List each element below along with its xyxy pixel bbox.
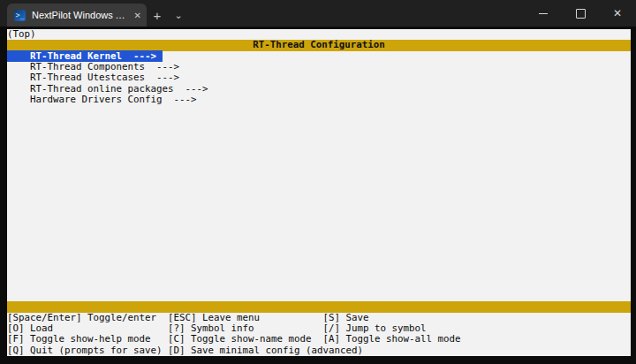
tab-active[interactable]: >_ NextPilot Windows Toolchain ✕: [7, 4, 147, 27]
close-button[interactable]: ✕: [599, 0, 636, 27]
tab-title: NextPilot Windows Toolchain: [32, 10, 129, 20]
app-icon: >_: [14, 10, 26, 21]
minimize-icon: [539, 13, 548, 14]
maximize-icon: [576, 9, 586, 19]
selected-item-highlight[interactable]: RT-Thread Kernel --->: [7, 50, 163, 62]
menu-item-hardware-drivers-config[interactable]: Hardware Drivers Config --->: [7, 95, 631, 105]
help-line-4: [Q] Quit (prompts for save) [D] Save min…: [7, 345, 631, 356]
minimize-button[interactable]: [525, 0, 562, 27]
help-line-3: [F] Toggle show-help mode [C] Toggle sho…: [7, 334, 631, 345]
menuconfig-screen: (Top) RT-Thread Configuration RT-Thread …: [7, 29, 631, 356]
separator-bar: [7, 301, 631, 312]
tab-dropdown-icon[interactable]: ⌄: [168, 4, 189, 27]
tab-close-icon[interactable]: ✕: [134, 11, 141, 20]
maximize-button[interactable]: [562, 0, 599, 27]
menu-item-rt-thread-utestcases[interactable]: RT-Thread Utestcases --->: [7, 72, 631, 83]
empty-screen-area: [7, 105, 631, 301]
terminal-window: >_ NextPilot Windows Toolchain ✕ + ⌄ ✕ (…: [0, 0, 636, 364]
terminal-body[interactable]: (Top) RT-Thread Configuration RT-Thread …: [0, 27, 636, 364]
new-tab-button[interactable]: +: [147, 4, 168, 27]
menu-title-bar: RT-Thread Configuration: [7, 40, 631, 50]
titlebar: >_ NextPilot Windows Toolchain ✕ + ⌄ ✕: [0, 0, 636, 27]
